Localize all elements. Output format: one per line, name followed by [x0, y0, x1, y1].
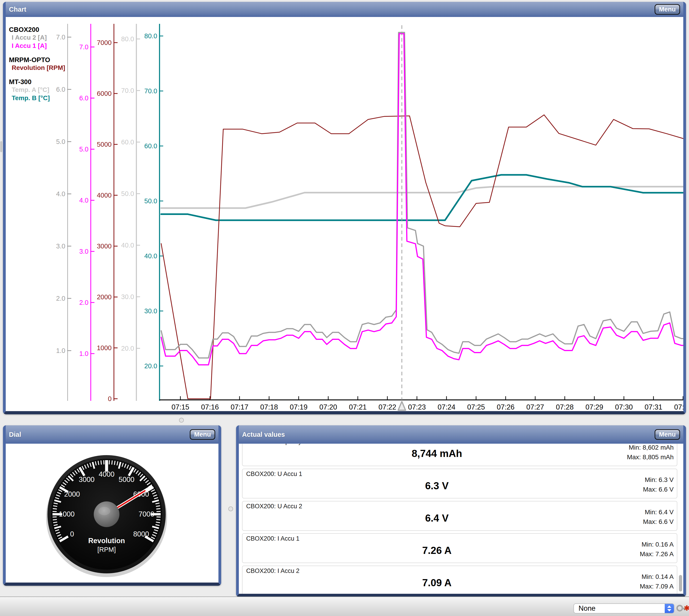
chevron-down-icon: [667, 609, 671, 611]
svg-text:07:18: 07:18: [260, 403, 278, 411]
gauge-tick-label: 8000: [133, 530, 149, 538]
card-channel-label: CBOX200: U Accu 2: [246, 503, 302, 510]
measurement-card: CBOX200: U Accu 26.4 VMin: 6.4 VMax: 6.6…: [242, 501, 677, 531]
select-stepper-icon[interactable]: [665, 604, 674, 613]
measurement-card: CBOX200: I Accu 27.09 AMin: 0.14 AMax: 7…: [242, 566, 677, 594]
gauge-tick-label: 3000: [79, 476, 95, 484]
svg-text:20.0: 20.0: [144, 362, 157, 370]
svg-text:07:22: 07:22: [379, 403, 396, 411]
svg-text:07:26: 07:26: [497, 403, 515, 411]
svg-text:7000: 7000: [97, 39, 112, 46]
series-i-accu-1-a-: [161, 34, 683, 365]
svg-text:2000: 2000: [97, 293, 112, 301]
svg-text:5000: 5000: [97, 141, 112, 148]
svg-text:07:32: 07:32: [674, 403, 683, 411]
vertical-splitter-handle[interactable]: [228, 506, 233, 511]
card-min-max: Min: 8,602 mAhMax: 8,805 mAh: [627, 444, 674, 462]
gauge-tick-label: 5000: [119, 476, 134, 484]
card-channel-label: CBOX200: Capacity 1: [246, 444, 307, 445]
actual-values-menu-button[interactable]: Menu: [654, 429, 680, 440]
svg-text:07:20: 07:20: [319, 403, 337, 411]
scrollbar-thumb[interactable]: [679, 575, 682, 592]
bottom-toolbar: None ✱: [0, 596, 689, 616]
svg-text:20.0: 20.0: [121, 345, 134, 352]
legend-device-label: MT-300: [9, 78, 65, 86]
svg-text:07:24: 07:24: [437, 403, 455, 411]
svg-text:07:31: 07:31: [645, 403, 662, 411]
select-value: None: [574, 604, 665, 613]
measurement-card: CBOX200: Capacity 18,744 mAhMin: 8,602 m…: [242, 444, 677, 466]
svg-text:3000: 3000: [97, 242, 112, 250]
series-i-accu-2-a-: [161, 32, 683, 358]
dial-titlebar: Dial Menu: [6, 425, 218, 444]
svg-text:5.0: 5.0: [79, 146, 88, 153]
svg-text:07:19: 07:19: [290, 403, 308, 411]
card-max-value: Max: 7.09 A: [640, 581, 674, 591]
chart-menu-button[interactable]: Menu: [654, 4, 680, 15]
card-max-value: Max: 6.6 V: [643, 485, 674, 494]
gauge-tick-label: 0: [70, 530, 74, 538]
y-axis-revolution: 70006000500040003000200010000: [97, 24, 117, 402]
card-min-value: Min: 0.14 A: [640, 572, 674, 581]
chart-titlebar: Chart Menu: [6, 2, 683, 17]
svg-text:2.0: 2.0: [56, 295, 65, 302]
chart-title: Chart: [9, 6, 26, 13]
series-temp-a-c-: [161, 187, 683, 208]
highlight-mode-select[interactable]: None: [574, 603, 674, 614]
revolution-gauge: 010002000300040005000600070008000Revolut…: [6, 444, 218, 582]
svg-text:30.0: 30.0: [144, 307, 157, 315]
dial-content: 010002000300040005000600070008000Revolut…: [6, 444, 218, 582]
chart-plot[interactable]: 7.06.05.04.03.02.01.07.06.05.04.03.02.01…: [6, 17, 683, 411]
svg-text:2.0: 2.0: [79, 299, 88, 306]
svg-text:7.0: 7.0: [79, 43, 88, 51]
svg-text:80.0: 80.0: [144, 32, 157, 40]
card-current-value: 6.4 V: [242, 512, 631, 524]
gauge-tick-label: 2000: [64, 490, 80, 498]
card-max-value: Max: 8,805 mAh: [627, 453, 674, 462]
horizontal-splitter-handle[interactable]: [179, 418, 184, 423]
svg-text:3.0: 3.0: [56, 242, 65, 250]
series-temp-b-c-: [161, 175, 683, 220]
card-min-value: Min: 0.16 A: [640, 540, 674, 549]
app-window: { "panels": { "chart": { "title": "Chart…: [0, 0, 689, 616]
svg-text:50.0: 50.0: [121, 190, 134, 197]
card-channel-label: CBOX200: I Accu 1: [246, 535, 300, 542]
gauge-tick-label: 7000: [139, 510, 154, 518]
y-axis-i_accu_1: 7.06.05.04.03.02.01.0: [79, 24, 94, 401]
cursor-handle-icon[interactable]: [398, 401, 406, 410]
svg-text:70.0: 70.0: [121, 87, 134, 94]
card-min-max: Min: 0.14 AMax: 7.09 A: [640, 572, 674, 591]
clear-marker-icon[interactable]: ✱: [684, 605, 689, 612]
chart-content[interactable]: CBOX200I Accu 2 [A]I Accu 1 [A]MRPM-OPTO…: [6, 17, 683, 411]
actual-values-list: CBOX200: Capacity 18,744 mAhMin: 8,602 m…: [239, 444, 683, 594]
actual-values-title: Actual values: [242, 431, 285, 438]
card-min-value: Min: 6.3 V: [643, 475, 674, 485]
legend-device-label: CBOX200: [9, 26, 65, 34]
card-channel-label: CBOX200: I Accu 2: [246, 567, 300, 574]
dial-menu-button[interactable]: Menu: [190, 429, 215, 440]
card-current-value: 6.3 V: [242, 480, 631, 491]
chart-legend: CBOX200I Accu 2 [A]I Accu 1 [A]MRPM-OPTO…: [9, 26, 65, 102]
chart-panel: Chart Menu CBOX200I Accu 2 [A]I Accu 1 […: [3, 2, 686, 414]
svg-text:50.0: 50.0: [144, 197, 157, 205]
svg-text:07:15: 07:15: [171, 403, 189, 411]
svg-text:4.0: 4.0: [79, 197, 88, 204]
svg-text:1.0: 1.0: [56, 347, 65, 354]
dial-title: Dial: [9, 431, 21, 438]
svg-text:07:21: 07:21: [349, 403, 367, 411]
svg-text:07:17: 07:17: [231, 403, 249, 411]
svg-text:6.0: 6.0: [79, 94, 88, 102]
legend-entry: I Accu 1 [A]: [9, 42, 65, 50]
svg-text:5.0: 5.0: [56, 138, 65, 145]
card-current-value: 7.26 A: [242, 545, 631, 556]
left-edge-splitter-handle[interactable]: [0, 141, 2, 152]
card-min-max: Min: 0.16 AMax: 7.26 A: [640, 540, 674, 559]
legend-entry: Temp. A [°C]: [9, 86, 65, 94]
svg-text:60.0: 60.0: [121, 138, 134, 146]
svg-text:07:25: 07:25: [467, 403, 485, 411]
svg-text:07:16: 07:16: [201, 403, 219, 411]
card-max-value: Max: 6.6 V: [643, 517, 674, 527]
svg-text:07:27: 07:27: [526, 403, 544, 411]
legend-entry: Revolution [RPM]: [9, 64, 65, 72]
gauge-tick-label: 1000: [59, 510, 75, 518]
